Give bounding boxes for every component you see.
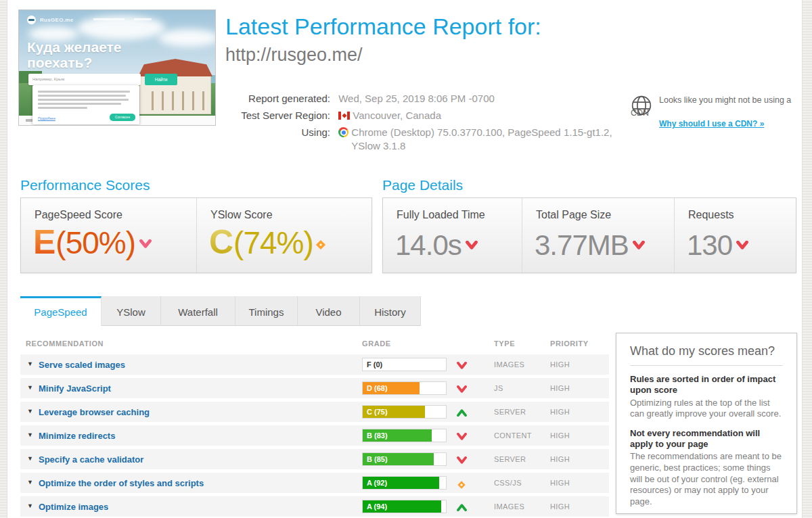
requests-dropdown-icon[interactable]	[736, 224, 748, 256]
pagespeed-percent: (50%)	[55, 225, 135, 260]
col-header-type: TYPE	[494, 339, 515, 348]
fully-loaded-time-dropdown-icon[interactable]	[466, 224, 478, 256]
trend-icon	[455, 360, 468, 372]
table-row: ▼ Serve scaled images F (0) IMAGES HIGH	[20, 354, 609, 375]
recommendation-link[interactable]: Minify JavaScript	[39, 383, 111, 394]
canada-flag-icon	[338, 112, 350, 120]
yslow-score-cell: YSlow Score C(74%)	[196, 198, 371, 273]
recommendation-link[interactable]: Minimize redirects	[39, 431, 115, 441]
trend-icon	[455, 431, 468, 443]
priority-cell: HIGH	[550, 384, 570, 392]
thumbnail-search-input: Например, Крым	[28, 74, 141, 85]
cloud-shape	[158, 29, 216, 47]
meta-value: Vancouver, Canada	[353, 110, 441, 121]
pagespeed-score-label: PageSpeed Score	[35, 209, 196, 221]
report-tabs: PageSpeed YSlow Waterfall Timings Video …	[20, 296, 421, 326]
thumbnail-cookie-popup: Подробнее Согласен	[32, 85, 139, 124]
type-cell: IMAGES	[494, 502, 524, 511]
trend-icon	[455, 502, 468, 514]
trend-icon	[455, 407, 468, 419]
table-row: ▼ Minify JavaScript D (68) JS HIGH	[20, 378, 609, 398]
recommendation-link[interactable]: Serve scaled images	[39, 360, 125, 370]
report-url: http://rusgeo.me/	[225, 45, 363, 66]
recommendation-link[interactable]: Specify a cache validator	[39, 454, 143, 465]
site-thumbnail: RusGEO.me Куда желаете поехать? Например…	[18, 9, 216, 126]
table-row: ▼ Optimize images A (94) IMAGES HIGH	[20, 496, 609, 517]
trend-icon	[455, 454, 468, 467]
thumbnail-nav-item	[134, 18, 152, 20]
cdn-note-text: Looks like you might not be using a CDN	[631, 95, 791, 118]
meta-row-region: Test Server Region: Vancouver, Canada	[225, 109, 617, 122]
sidebar-section-heading: Not every recommendation will apply to y…	[630, 428, 783, 450]
tab-yslow[interactable]: YSlow	[102, 296, 161, 326]
total-page-size-dropdown-icon[interactable]	[633, 224, 645, 256]
page-details-heading: Page Details	[382, 177, 463, 193]
performance-scores-panel: PageSpeed Score E(50%) YSlow Score C(74%…	[20, 197, 372, 273]
fully-loaded-time-value: 14.0s	[395, 229, 461, 261]
trend-icon	[455, 383, 468, 396]
page-details-panel: Fully Loaded Time 14.0s Total Page Size …	[382, 197, 796, 273]
expand-caret-icon[interactable]: ▼	[27, 360, 33, 367]
sidebar-section-heading: Rules are sorted in order of impact upon…	[630, 374, 783, 396]
fully-loaded-time-label: Fully Loaded Time	[397, 209, 522, 221]
expand-caret-icon[interactable]: ▼	[27, 455, 33, 462]
requests-label: Requests	[688, 209, 796, 221]
pagespeed-score-dropdown-icon[interactable]	[139, 239, 152, 251]
cdn-note: Looks like you might not be using a CDN …	[631, 93, 800, 128]
priority-cell: HIGH	[550, 408, 570, 416]
grade-bar: D (68)	[362, 381, 447, 395]
thumbnail-headline: Куда желаете поехать?	[27, 40, 122, 70]
recommendation-link[interactable]: Optimize images	[39, 502, 108, 512]
yslow-score-label: YSlow Score	[210, 209, 371, 221]
col-header-priority: PRIORITY	[550, 339, 589, 348]
scores-explainer-sidebar: What do my scores mean? Rules are sorted…	[616, 333, 797, 514]
meta-value: Wed, Sep 25, 2019 8:06 PM -0700	[338, 93, 495, 104]
yslow-grade: C	[209, 223, 233, 261]
tab-history[interactable]: History	[360, 296, 421, 326]
thumbnail-search-button: Найти	[145, 74, 177, 85]
yslow-percent: (74%)	[233, 225, 313, 260]
type-cell: IMAGES	[494, 360, 524, 369]
thumbnail-site-name: RusGEO.me	[40, 17, 73, 23]
tab-waterfall[interactable]: Waterfall	[161, 296, 235, 326]
grade-bar: B (83)	[362, 429, 447, 442]
sidebar-section-body: Optimizing rules at the top of the list …	[630, 398, 783, 420]
sidebar-section-body: The recommendations are meant to be gene…	[630, 451, 783, 507]
table-row: ▼ Optimize the order of styles and scrip…	[20, 473, 609, 493]
cdn-link[interactable]: Why should I use a CDN? »	[659, 119, 800, 128]
type-cell: CSS/JS	[494, 479, 522, 487]
type-cell: CONTENT	[494, 431, 532, 440]
expand-caret-icon[interactable]: ▼	[27, 408, 33, 415]
meta-value-line2: YSlow 3.1.8	[351, 140, 405, 151]
grade-bar: C (75)	[362, 405, 447, 419]
yslow-score-diamond-icon[interactable]	[317, 239, 324, 251]
sidebar-title: What do my scores mean?	[630, 344, 783, 366]
expand-caret-icon[interactable]: ▼	[27, 384, 33, 391]
expand-caret-icon[interactable]: ▼	[27, 431, 33, 438]
priority-cell: HIGH	[550, 502, 570, 511]
type-cell: JS	[494, 384, 503, 392]
requests-value: 130	[687, 229, 732, 261]
table-row: ▼ Minimize redirects B (83) CONTENT HIGH	[20, 425, 609, 446]
grade-bar: A (92)	[362, 476, 447, 490]
thumbnail-site-logo-wave	[28, 19, 35, 21]
expand-caret-icon[interactable]: ▼	[27, 502, 33, 509]
pagespeed-score-cell: PageSpeed Score E(50%)	[21, 198, 196, 273]
recommendation-link[interactable]: Leverage browser caching	[39, 407, 150, 417]
expand-caret-icon[interactable]: ▼	[27, 479, 33, 486]
total-page-size-label: Total Page Size	[536, 209, 674, 221]
tab-pagespeed[interactable]: PageSpeed	[20, 296, 102, 326]
page-background-texture-left	[0, 0, 7, 518]
tab-timings[interactable]: Timings	[235, 296, 298, 326]
priority-cell: HIGH	[550, 360, 570, 369]
grade-bar: A (94)	[362, 500, 447, 513]
tab-video[interactable]: Video	[298, 296, 360, 326]
gtmetrix-report-page: RusGEO.me Куда желаете поехать? Например…	[0, 0, 812, 518]
total-page-size-cell: Total Page Size 3.77MB	[522, 198, 674, 273]
col-header-recommendation: RECOMMENDATION	[26, 339, 104, 348]
meta-row-using: Using: Chrome (Desktop) 75.0.3770.100, P…	[225, 126, 617, 153]
thumbnail-popup-button: Согласен	[110, 114, 135, 121]
page-title: Latest Performance Report for:	[225, 14, 541, 40]
performance-scores-heading: Performance Scores	[20, 177, 150, 193]
recommendation-link[interactable]: Optimize the order of styles and scripts	[39, 478, 204, 488]
